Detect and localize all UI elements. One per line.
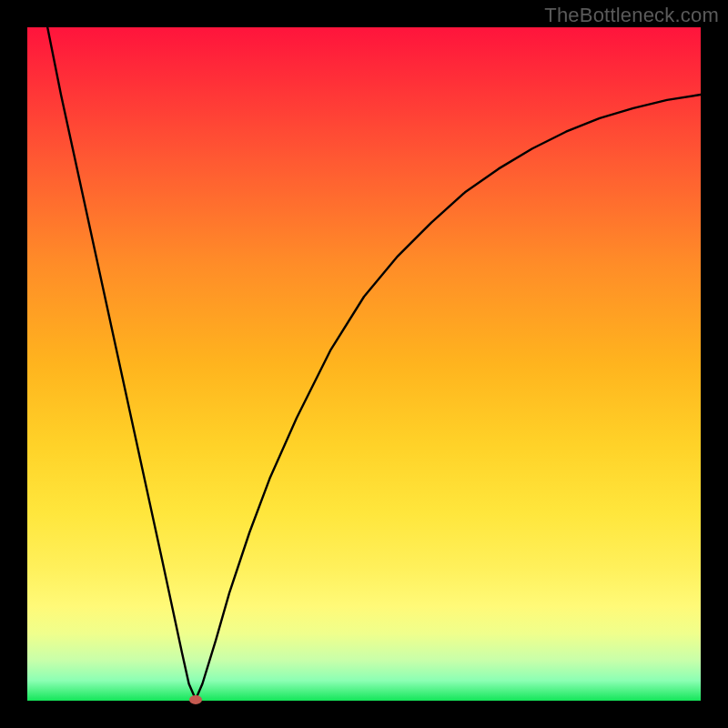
minimum-marker — [189, 695, 202, 704]
plot-area — [27, 27, 701, 701]
chart-frame: TheBottleneck.com — [0, 0, 728, 728]
watermark-text: TheBottleneck.com — [544, 4, 719, 27]
bottleneck-curve — [47, 27, 701, 700]
curve-layer — [27, 27, 701, 701]
